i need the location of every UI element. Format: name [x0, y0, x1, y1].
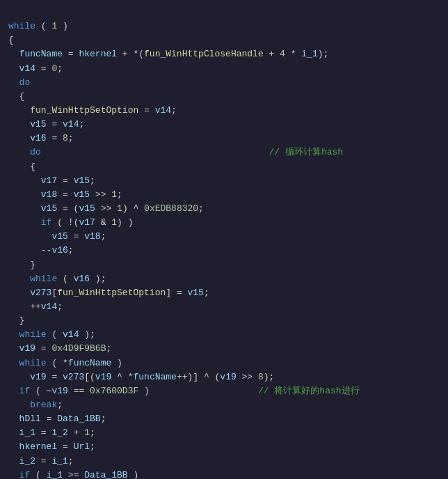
line-5: do [8, 77, 30, 88]
line-4: v14 = 0; [8, 63, 63, 74]
line-21: ++v14; [8, 301, 63, 312]
line-18: } [8, 260, 35, 270]
line-19: while ( v16 ); [8, 274, 106, 284]
line-3: funcName = hkernel + *(fun_WinHttpCloseH… [8, 49, 328, 59]
line-13: v18 = v15 >> 1; [8, 189, 122, 200]
line-32: i_2 = i_1; [8, 456, 74, 466]
line-22: } [8, 315, 24, 326]
line-27: if ( ~v19 == 0x7600D3F ) // 将计算好的hash进行 [8, 386, 360, 396]
line-6: { [8, 91, 24, 102]
line-2: { [8, 35, 14, 45]
line-15: if ( !(v17 & 1) ) [8, 217, 133, 228]
line-25: while ( *funcName ) [8, 358, 122, 368]
line-30: i_1 = i_2 + 1; [8, 427, 95, 438]
line-26: v19 = v273[(v19 ^ *funcName++)] ^ (v19 >… [8, 372, 274, 382]
line-12: v17 = v15; [8, 175, 95, 186]
line-11: { [8, 162, 35, 172]
line-16: v15 = v18; [8, 231, 106, 242]
line-1: while ( 1 ) [8, 21, 68, 31]
line-9: v16 = 8; [8, 133, 74, 143]
line-24: v19 = 0x4D9F9B6B; [8, 343, 111, 354]
line-17: --v16; [8, 245, 74, 256]
line-23: while ( v14 ); [8, 329, 95, 340]
line-29: hDll = Data_1BB; [8, 414, 106, 424]
line-28: break; [8, 400, 63, 410]
line-8: v15 = v14; [8, 119, 84, 129]
line-20: v273[fun_WinHttpSetOption] = v15; [8, 288, 209, 298]
line-14: v15 = (v15 >> 1) ^ 0xEDB88320; [8, 203, 204, 214]
line-33: if ( i_1 >= Data_1BB ) [8, 470, 138, 479]
code-editor: while ( 1 ) { funcName = hkernel + *(fun… [0, 0, 448, 479]
line-7: fun_WinHttpSetOption = v14; [8, 105, 177, 116]
line-10: do // 循环计算hash [8, 147, 343, 157]
line-31: hkernel = Url; [8, 441, 95, 452]
